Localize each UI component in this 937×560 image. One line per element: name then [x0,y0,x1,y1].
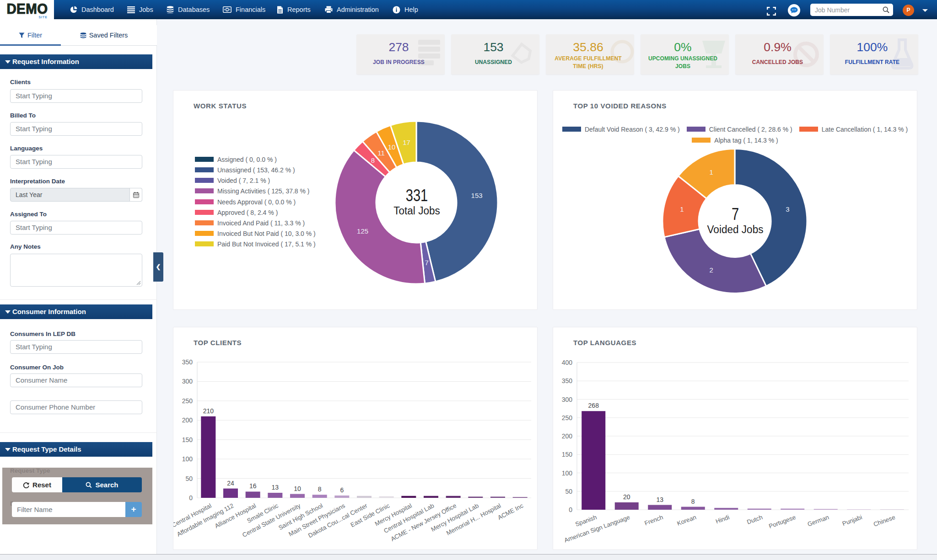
svg-text:7: 7 [425,259,428,267]
svg-text:125: 125 [357,227,368,235]
svg-text:8: 8 [318,485,322,493]
svg-text:200: 200 [182,416,193,424]
svg-text:Korean: Korean [676,514,697,527]
svg-text:17: 17 [403,139,410,146]
svg-text:350: 350 [182,358,193,366]
svg-text:Dutch: Dutch [746,514,763,526]
svg-text:13: 13 [272,484,279,491]
svg-text:11: 11 [377,149,385,157]
svg-text:153: 153 [471,192,483,199]
svg-text:268: 268 [588,402,599,409]
svg-text:400: 400 [562,359,573,366]
svg-text:8: 8 [371,156,375,164]
svg-text:0: 0 [569,506,572,513]
svg-text:150: 150 [182,436,193,443]
svg-text:24: 24 [227,480,234,487]
svg-text:Hindi: Hindi [715,514,730,525]
svg-text:200: 200 [562,432,573,440]
svg-text:300: 300 [182,378,193,385]
svg-text:20: 20 [623,493,630,501]
svg-text:350: 350 [562,377,573,384]
svg-text:Chinese: Chinese [872,514,896,528]
svg-text:50: 50 [185,475,193,482]
svg-text:10: 10 [294,485,301,492]
svg-text:100: 100 [562,469,573,477]
svg-text:100: 100 [182,455,193,463]
svg-text:13: 13 [656,496,663,503]
svg-text:300: 300 [562,396,573,403]
svg-text:Spanish: Spanish [574,514,598,528]
svg-text:3: 3 [786,205,789,213]
svg-text:American Sign Language: American Sign Language [563,514,631,544]
svg-text:Portugese: Portugese [768,514,797,530]
svg-text:6: 6 [340,486,344,494]
svg-text:16: 16 [249,482,257,490]
svg-text:0: 0 [189,494,193,501]
svg-text:1: 1 [680,205,684,213]
svg-text:150: 150 [562,451,573,458]
svg-text:1: 1 [709,168,713,176]
svg-text:Punjabi: Punjabi [841,514,863,528]
svg-text:250: 250 [562,414,573,421]
svg-text:50: 50 [565,488,572,495]
svg-text:German: German [807,514,830,528]
svg-text:210: 210 [203,407,214,415]
svg-text:8: 8 [691,498,695,505]
svg-text:10: 10 [388,143,396,151]
svg-text:ACME Inc: ACME Inc [496,502,524,521]
svg-text:250: 250 [182,397,193,405]
svg-text:French: French [644,514,664,527]
svg-text:2: 2 [709,266,713,274]
